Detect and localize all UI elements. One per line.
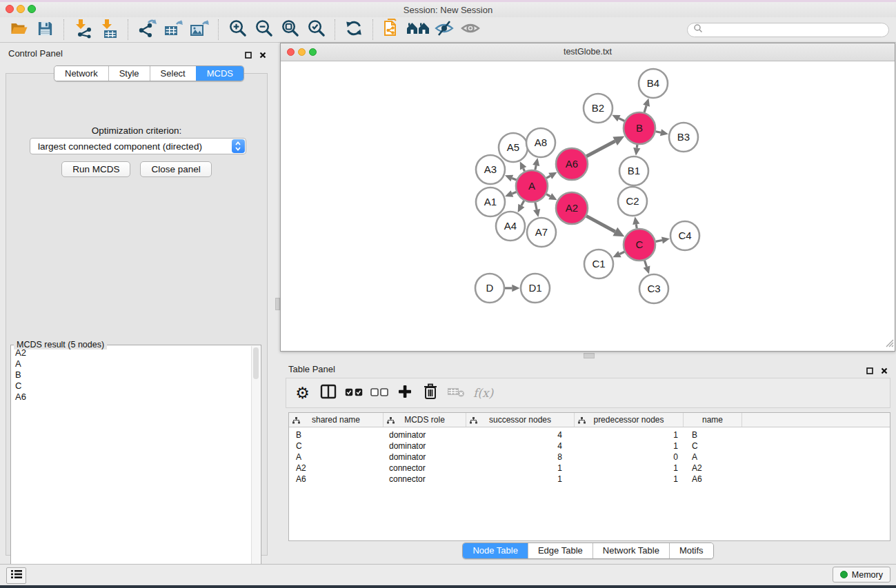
list-icon — [11, 569, 22, 582]
toolbar-separator — [372, 19, 373, 40]
vertical-split-divider[interactable] — [275, 43, 280, 564]
graph-edge-C-C2[interactable] — [636, 224, 637, 228]
close-panel-icon[interactable] — [259, 49, 266, 61]
float-panel-icon[interactable] — [866, 365, 873, 377]
export-image-icon — [189, 18, 210, 41]
divider-grip[interactable] — [275, 298, 280, 310]
table-row[interactable]: A2connector11A2 — [289, 463, 890, 474]
control-panel-tab-mcds[interactable]: MCDS — [196, 66, 243, 81]
table-row[interactable]: Bdominator41B — [289, 429, 890, 440]
export-network-icon — [137, 18, 157, 41]
network-window-titlebar[interactable]: testGlobe.txt — [281, 43, 895, 61]
add-column-button[interactable] — [394, 382, 415, 404]
graph-edge-A-A6[interactable] — [546, 176, 550, 178]
result-list-scrollbar[interactable] — [251, 346, 260, 580]
export-network-button[interactable] — [134, 19, 160, 41]
graph-edge-A-A1[interactable] — [512, 192, 516, 194]
column-header-successor-nodes[interactable]: successor nodes — [466, 413, 575, 427]
export-table-button[interactable] — [160, 19, 186, 41]
zoom-fit-button[interactable] — [277, 19, 303, 41]
graph-edge-A-A7[interactable] — [535, 202, 537, 210]
import-table-button[interactable] — [96, 19, 122, 41]
mcds-result-item[interactable]: B — [12, 369, 252, 381]
graph-edge-B-B2[interactable] — [619, 119, 624, 121]
memory-button[interactable]: Memory — [833, 567, 890, 582]
graph-edge-A2-C[interactable] — [586, 216, 615, 232]
window-resize-grip[interactable] — [884, 338, 894, 350]
table-row[interactable]: A6connector11A6 — [289, 474, 890, 485]
hide-graphics-details-button[interactable] — [431, 19, 457, 41]
export-image-button[interactable] — [186, 19, 212, 41]
table-tab-edge-table[interactable]: Edge Table — [528, 543, 593, 558]
delete-columns-button[interactable] — [419, 382, 441, 404]
task-history-button[interactable] — [6, 567, 26, 584]
deselect-all-button[interactable] — [368, 382, 390, 404]
import-table-icon — [99, 18, 119, 41]
float-panel-icon[interactable] — [245, 49, 252, 61]
optimization-criterion-dropdown[interactable]: largest connected component (directed) — [30, 138, 246, 154]
graph-edge-C-C4[interactable] — [656, 241, 662, 242]
close-panel-button[interactable]: Close panel — [140, 161, 211, 177]
table-cell: A — [289, 452, 384, 463]
table-cell: A2 — [289, 463, 384, 474]
trash-icon — [422, 383, 439, 403]
close-panel-icon[interactable] — [881, 365, 888, 377]
table-row[interactable]: Cdominator41C — [289, 440, 890, 452]
first-neighbors-button[interactable] — [405, 19, 431, 41]
graph-edge-A-A5[interactable] — [524, 168, 525, 171]
mcds-result-item[interactable]: A2 — [12, 347, 252, 358]
search-field[interactable] — [687, 23, 889, 37]
save-session-button[interactable] — [32, 19, 58, 41]
graph-edge-arrowhead — [532, 158, 539, 166]
zoom-out-icon — [254, 19, 274, 41]
graph-edge-C-C3[interactable] — [644, 261, 646, 267]
horizontal-split-divider[interactable] — [280, 352, 896, 358]
select-all-button[interactable] — [343, 382, 364, 404]
graph-edge-A6-B[interactable] — [586, 141, 615, 156]
graph-edge-B-B1[interactable] — [637, 145, 637, 148]
open-file-button[interactable] — [6, 19, 32, 41]
graph-edge-C-C1[interactable] — [619, 252, 624, 254]
table-tab-node-table[interactable]: Node Table — [463, 543, 528, 558]
graph-edge-A-A8[interactable] — [535, 165, 536, 170]
refresh-view-button[interactable] — [341, 19, 367, 41]
control-panel-tab-network[interactable]: Network — [54, 66, 108, 81]
column-header-name[interactable]: name — [684, 413, 742, 427]
session-title: Session: New Session — [0, 4, 896, 16]
show-graphics-details-button[interactable] — [457, 19, 484, 41]
run-mcds-button[interactable]: Run MCDS — [61, 161, 130, 177]
scrollbar-thumb[interactable] — [253, 347, 259, 379]
table-row[interactable]: Adominator80A — [289, 452, 890, 463]
graph-edge-A-A3[interactable] — [512, 179, 516, 181]
memory-label: Memory — [852, 570, 883, 580]
graph-edge-arrowhead — [661, 236, 670, 243]
mcds-result-item[interactable]: C — [12, 381, 252, 392]
table-settings-button[interactable]: ⚙ — [292, 382, 313, 404]
table-tab-network-table[interactable]: Network Table — [593, 543, 669, 558]
column-header-label: shared name — [312, 415, 360, 425]
import-network-button[interactable] — [70, 19, 96, 41]
graph-edge-B-B3[interactable] — [656, 132, 661, 133]
divider-grip[interactable] — [584, 353, 595, 358]
zoom-selected-button[interactable] — [303, 19, 329, 41]
graph-edge-A-A4[interactable] — [521, 201, 524, 205]
zoom-in-button[interactable] — [224, 19, 250, 41]
control-panel-tab-style[interactable]: Style — [108, 66, 150, 81]
graph-edge-B-B4[interactable] — [644, 105, 646, 112]
graph-edge-A-A2[interactable] — [546, 194, 550, 196]
table-cell: A2 — [684, 463, 742, 474]
search-input[interactable] — [706, 24, 888, 35]
table-tab-motifs[interactable]: Motifs — [669, 543, 713, 558]
column-header-predecessor-nodes[interactable]: predecessor nodes — [575, 413, 684, 427]
mcds-result-item[interactable]: A — [12, 358, 252, 369]
network-canvas[interactable]: AA1A2A3A4A5A6A7A8BB1B2B3B4CC1C2C3C4DD1 — [281, 61, 895, 351]
graph-edge-arrowhead — [660, 129, 668, 136]
graph-node-label: A6 — [566, 158, 578, 170]
zoom-out-button[interactable] — [250, 19, 277, 41]
new-network-from-selection-button[interactable] — [379, 19, 405, 41]
control-panel-tab-select[interactable]: Select — [150, 66, 196, 81]
split-panel-button[interactable] — [317, 382, 339, 404]
column-header-mcds-role[interactable]: MCDS role — [384, 413, 466, 427]
column-header-shared-name[interactable]: shared name — [289, 413, 384, 427]
mcds-result-item[interactable]: A6 — [12, 392, 252, 403]
